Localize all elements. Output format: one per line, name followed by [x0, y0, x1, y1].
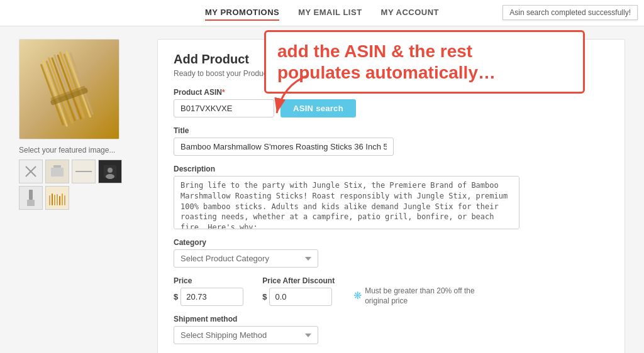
price-row: Price $ Price After Discount $ ❋ Must be… — [174, 276, 609, 306]
price-after-currency: $ — [262, 292, 267, 301]
price-after-group: Price After Discount $ — [262, 276, 335, 306]
thumbnail-grid-row2 — [19, 186, 145, 210]
left-panel: Select your featured image... — [19, 39, 145, 353]
nav-my-promotions[interactable]: MY PROMOTIONS — [205, 5, 279, 21]
nav-my-email-list[interactable]: MY EMAIL LIST — [298, 5, 362, 21]
price-currency: $ — [174, 292, 178, 301]
top-nav: MY PROMOTIONS MY EMAIL LIST MY ACCOUNT A… — [0, 0, 644, 26]
asin-required: * — [222, 88, 225, 97]
thumbnail-3[interactable] — [72, 160, 96, 183]
price-note-icon: ❋ — [353, 290, 362, 303]
nav-my-account[interactable]: MY ACCOUNT — [381, 5, 439, 21]
category-group: Category Select Product Category — [174, 238, 609, 268]
price-input[interactable] — [180, 288, 243, 306]
asin-input[interactable] — [174, 99, 274, 117]
shipment-select[interactable]: Select Shipping Method — [174, 326, 318, 344]
asin-label: Product ASIN* — [174, 88, 274, 97]
description-group: Description Bring life to the party with… — [174, 165, 609, 229]
svg-rect-16 — [51, 168, 64, 176]
svg-rect-17 — [53, 165, 61, 168]
price-after-label: Price After Discount — [262, 276, 335, 285]
category-select[interactable]: Select Product Category — [174, 249, 318, 268]
description-label: Description — [174, 165, 609, 173]
svg-rect-28 — [59, 196, 60, 205]
price-group: Price $ — [174, 276, 243, 306]
thumbnail-6[interactable] — [45, 186, 69, 210]
svg-rect-29 — [62, 193, 63, 205]
shipment-label: Shipment method — [174, 315, 609, 323]
price-after-input[interactable] — [269, 288, 332, 306]
asin-group: Product ASIN* — [174, 88, 274, 117]
callout-line1: add the ASIN & the rest — [277, 41, 572, 62]
description-textarea[interactable]: Bring life to the party with Jungle Stix… — [174, 176, 519, 229]
price-label: Price — [174, 276, 243, 285]
title-group: Title — [174, 126, 609, 156]
thumbnail-5[interactable] — [19, 186, 43, 210]
title-input[interactable] — [174, 138, 394, 156]
thumbnail-1[interactable] — [19, 160, 43, 183]
title-label: Title — [174, 126, 609, 135]
svg-rect-26 — [54, 195, 55, 205]
thumbnail-2[interactable] — [45, 160, 69, 183]
thumbnail-4[interactable] — [98, 160, 122, 183]
select-image-label: Select your featured image... — [19, 146, 145, 155]
nav-links: MY PROMOTIONS MY EMAIL LIST MY ACCOUNT — [205, 5, 439, 21]
success-toast: Asin search completed successfully! — [502, 5, 638, 20]
svg-rect-27 — [57, 194, 58, 205]
product-main-image — [19, 39, 119, 139]
bamboo-sticks-image — [28, 48, 110, 130]
price-note-text: Must be greater than 20% off the origina… — [365, 286, 479, 306]
price-note: ❋ Must be greater than 20% off the origi… — [353, 286, 479, 306]
svg-rect-22 — [29, 190, 33, 200]
svg-point-20 — [108, 168, 113, 173]
callout-line2: populates automatically… — [277, 62, 572, 84]
price-after-input-wrapper: $ — [262, 288, 335, 306]
price-input-wrapper: $ — [174, 288, 243, 306]
svg-point-21 — [106, 174, 114, 179]
category-label: Category — [174, 238, 609, 247]
svg-rect-23 — [27, 200, 35, 206]
svg-rect-30 — [64, 195, 65, 205]
thumbnail-grid-row1 — [19, 160, 145, 183]
svg-rect-24 — [49, 195, 50, 205]
shipment-group: Shipment method Select Shipping Method — [174, 315, 609, 344]
svg-rect-25 — [52, 193, 53, 205]
callout-arrow-icon — [270, 72, 321, 122]
